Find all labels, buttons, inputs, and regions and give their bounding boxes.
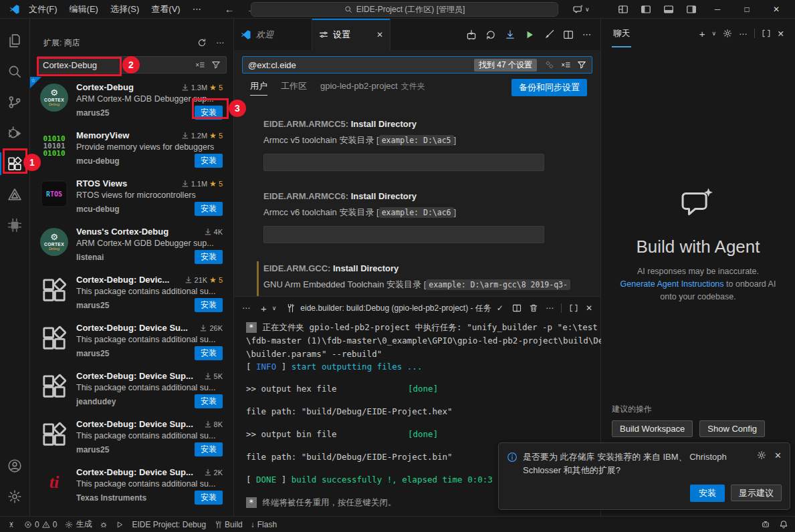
more-actions-icon[interactable]: ⋯ xyxy=(216,38,224,47)
filter-icon[interactable] xyxy=(577,60,586,70)
build-task-button[interactable]: 生成 xyxy=(65,519,92,530)
remote-indicator[interactable] xyxy=(7,520,16,529)
window-maximize-button[interactable]: □ xyxy=(733,1,760,18)
activitybar-source-control[interactable] xyxy=(0,87,30,118)
tab-welcome[interactable]: 欢迎 xyxy=(234,19,312,50)
eide-build-button[interactable]: Build xyxy=(214,520,243,529)
chevron-down-icon[interactable]: ∨ xyxy=(272,305,277,311)
maximize-panel-icon[interactable] xyxy=(569,303,578,313)
show-config-button[interactable]: Show Config xyxy=(699,420,765,437)
filter-icon[interactable] xyxy=(211,60,221,70)
build-workspace-button[interactable]: Build Workspace xyxy=(612,420,693,437)
eide-flash-button[interactable]: ↓Flash xyxy=(251,520,277,529)
run-icon[interactable] xyxy=(524,29,535,40)
split-terminal-icon[interactable] xyxy=(512,303,522,313)
refresh-icon[interactable] xyxy=(197,38,207,47)
run-button[interactable] xyxy=(116,521,124,529)
menu-file[interactable]: 文件(F) xyxy=(23,3,64,15)
more-actions-icon[interactable]: ⋯ xyxy=(739,29,748,39)
more-actions-icon[interactable]: ⋯ xyxy=(546,303,554,313)
toggle-panel-icon[interactable] xyxy=(659,1,679,17)
scope-tab-workspace[interactable]: 工作区 xyxy=(281,80,307,96)
install-button[interactable]: 安装 xyxy=(195,154,223,168)
more-actions-icon[interactable]: ⋯ xyxy=(242,303,250,313)
gear-icon[interactable] xyxy=(723,29,732,38)
eide-build-icon[interactable] xyxy=(466,29,477,40)
problems-indicator[interactable]: 0 0 xyxy=(24,520,57,529)
activitybar-extensions[interactable] xyxy=(0,148,30,179)
extension-item-rtos-views[interactable]: RTOS RTOS Views 1.1M★5 RTOS views for mi… xyxy=(30,173,233,221)
clear-list-icon[interactable] xyxy=(561,60,570,70)
open-in-editor-icon[interactable] xyxy=(762,29,771,38)
tab-settings[interactable]: 设置 ✕ xyxy=(312,19,390,50)
clear-filters-icon[interactable] xyxy=(545,60,554,70)
install-button[interactable]: 安装 xyxy=(195,442,223,456)
install-button[interactable]: 安装 xyxy=(195,298,223,312)
clear-list-icon[interactable] xyxy=(195,60,205,70)
notification-close-icon[interactable]: ✕ xyxy=(774,450,782,477)
close-panel-icon[interactable]: ✕ xyxy=(586,303,592,313)
extension-item-device-pack-1[interactable]: Cortex-Debug: Devic... 21K★5 This packag… xyxy=(30,269,233,317)
notifications-bell-icon[interactable] xyxy=(779,520,788,529)
rebuild-icon[interactable] xyxy=(485,29,496,40)
robot-icon[interactable] xyxy=(761,520,770,529)
new-chat-icon[interactable]: + xyxy=(699,28,705,39)
install-button[interactable]: 安装 xyxy=(195,250,223,264)
menu-edit[interactable]: 编辑(E) xyxy=(64,3,104,15)
toggle-secondary-sidebar-icon[interactable] xyxy=(681,1,701,17)
extension-item-cortex-debug[interactable]: ☆ ⚙CORTEXDebug Cortex-Debug 1.3M★5 ARM C… xyxy=(30,77,233,125)
extension-item-device-pack-2[interactable]: Cortex-Debug: Device Su... 26K This pack… xyxy=(30,317,233,366)
extension-item-memoryview[interactable]: 010101010101010 MemoryView 1.2M★5 Provid… xyxy=(30,125,233,173)
extensions-search-input[interactable]: Cortex-Debug xyxy=(37,56,227,74)
scope-tab-folder[interactable]: gpio-led-pb2-project文件夹 xyxy=(320,81,425,96)
extension-item-device-pack-5[interactable]: ti Cortex-Debug: Device Sup... 1K xyxy=(30,510,233,516)
extension-item-device-pack-3[interactable]: Cortex-Debug: Device Sup... 5K This pack… xyxy=(30,366,233,414)
debug-button[interactable] xyxy=(100,521,108,529)
activitybar-eide[interactable] xyxy=(0,210,30,241)
toggle-sidebar-icon[interactable] xyxy=(636,1,656,17)
more-actions-icon[interactable]: ⋯ xyxy=(582,29,591,39)
back-arrow-icon[interactable]: ← xyxy=(225,3,235,15)
setting-value-input[interactable] xyxy=(263,154,544,171)
new-terminal-icon[interactable]: + xyxy=(261,303,267,314)
settings-search-input[interactable]: @ext:cl.eide 找到 47 个设置 xyxy=(242,56,592,74)
tab-close-icon[interactable]: ✕ xyxy=(376,30,383,39)
generate-agent-instructions-link[interactable]: Generate Agent Instructions xyxy=(620,279,724,289)
activitybar-manage[interactable] xyxy=(0,481,30,512)
notification-gear-icon[interactable] xyxy=(757,450,766,460)
extension-item-device-pack-4[interactable]: Cortex-Debug: Device Sup... 8K This pack… xyxy=(30,414,233,462)
install-button[interactable]: 安装 xyxy=(195,491,223,505)
notification-show-recommendations-button[interactable]: 显示建议 xyxy=(731,485,782,501)
chevron-down-icon[interactable]: ∨ xyxy=(711,30,716,37)
extension-item-device-pack-ti[interactable]: ti Cortex-Debug: Device Sup... 2K This p… xyxy=(30,462,233,510)
activitybar-search[interactable] xyxy=(0,56,30,87)
customize-layout-icon[interactable] xyxy=(613,1,633,17)
activitybar-explorer[interactable] xyxy=(0,25,30,56)
chat-tab[interactable]: 聊天 xyxy=(612,20,631,47)
window-close-button[interactable]: ✕ xyxy=(763,1,790,18)
install-button[interactable]: 安装 xyxy=(195,394,223,408)
menu-view[interactable]: 查看(V) xyxy=(145,3,186,15)
copilot-menu[interactable]: ∨ xyxy=(573,4,590,15)
kill-terminal-icon[interactable] xyxy=(529,303,538,313)
install-button[interactable]: 安装 xyxy=(195,346,223,360)
scope-tab-user[interactable]: 用户 xyxy=(250,80,267,96)
flash-download-icon[interactable] xyxy=(505,29,516,40)
activitybar-run-debug[interactable] xyxy=(0,118,30,148)
terminal-title[interactable]: eide.builder: build:Debug (gpio-led-pb2-… xyxy=(300,303,491,314)
activitybar-account[interactable] xyxy=(0,450,30,481)
menu-more[interactable]: ⋯ xyxy=(187,4,207,14)
close-panel-icon[interactable]: ✕ xyxy=(778,29,784,39)
command-center-search[interactable]: EIDE-Project (工作区) [管理员] xyxy=(251,2,558,17)
clean-brush-icon[interactable] xyxy=(544,29,554,40)
setting-value-input[interactable] xyxy=(263,226,544,243)
backup-sync-settings-button[interactable]: 备份和同步设置 xyxy=(512,79,587,96)
install-button[interactable]: 安装 xyxy=(195,202,223,216)
menu-select[interactable]: 选择(S) xyxy=(104,3,145,15)
extension-item-venus-cortex-debug[interactable]: ⚙CORTEXDebug Venus's Cortex-Debug 4K ARM… xyxy=(30,221,233,269)
notification-install-button[interactable]: 安装 xyxy=(690,485,725,502)
install-button[interactable]: 安装 xyxy=(195,106,223,120)
activitybar-tool-triangle[interactable] xyxy=(0,179,30,210)
eide-project-status[interactable]: EIDE Project: Debug xyxy=(132,520,206,529)
window-minimize-button[interactable]: ─ xyxy=(704,1,731,18)
